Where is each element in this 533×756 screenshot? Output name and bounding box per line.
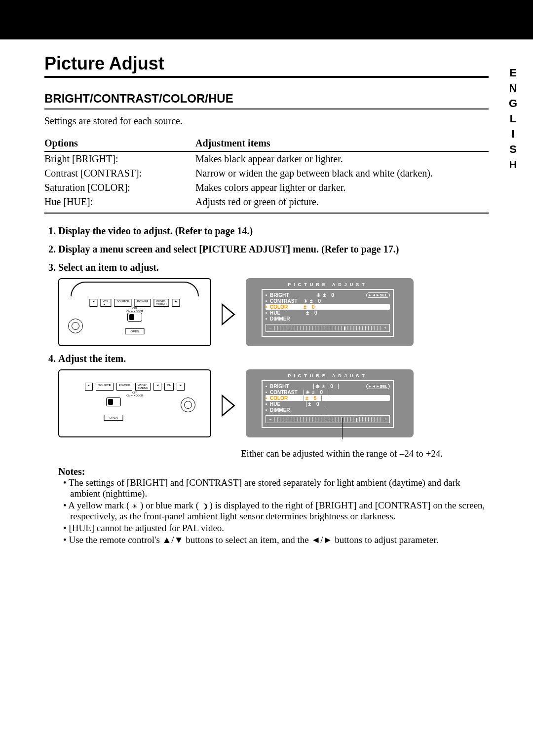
table-row: Contrast [CONTRAST]: Narrow or widen the…: [44, 166, 489, 180]
notes-list: The settings of [BRIGHT] and [CONTRAST] …: [58, 477, 489, 545]
step-2: Display a menu screen and select [PICTUR…: [58, 244, 489, 255]
desc-cell: Makes black appear darker or lighter.: [195, 151, 489, 166]
range-caption: Either can be adjusted within the range …: [241, 448, 489, 459]
osd-screen-select: PICTURE ADJUST BRIGHT☀± 0 ♦ ◄►SEL CONTRA…: [246, 278, 414, 346]
device-panel-illustration: ▲ SOURCE POWER WIDE/≡MENU ◄ CH ► OFFON •…: [58, 369, 211, 437]
opt-cell: Saturation [COLOR]:: [44, 180, 195, 195]
moon-icon: [201, 504, 207, 509]
section-heading: BRIGHT/CONTRAST/COLOR/HUE: [44, 92, 489, 109]
desc-cell: Makes colors appear lighter or darker.: [195, 180, 489, 195]
arrow-icon: ▷: [222, 389, 235, 418]
table-row: Hue [HUE]: Adjusts red or green of pictu…: [44, 195, 489, 213]
opt-cell: Bright [BRIGHT]:: [44, 151, 195, 166]
arrow-icon: ▷: [222, 297, 235, 327]
page-title: Picture Adjust: [44, 53, 489, 78]
note-item: The settings of [BRIGHT] and [CONTRAST] …: [63, 477, 489, 499]
callout-line: [241, 437, 489, 444]
osd-screen-adjust: PICTURE ADJUST BRIGHT☀± 0 ♦ ◄►SEL CONTRA…: [246, 369, 414, 437]
desc-cell: Adjusts red or green of picture.: [195, 195, 489, 213]
language-tab: ENGLISH: [506, 67, 519, 174]
notes-heading: Notes:: [58, 466, 489, 477]
table-row: Bright [BRIGHT]: Makes black appear dark…: [44, 151, 489, 166]
device-panel-illustration: ◄ VOL ▲ SOURCE POWER WIDE/≡MENU ► OFFON …: [58, 278, 211, 346]
table-row: Saturation [COLOR]: Makes colors appear …: [44, 180, 489, 195]
options-table: Options Adjustment items Bright [BRIGHT]…: [44, 136, 489, 214]
th-options: Options: [44, 136, 195, 151]
sun-icon: ☀: [132, 503, 138, 510]
step-1: Display the video to adjust. (Refer to p…: [58, 225, 489, 237]
step-4: Adjust the item. ▲ SOURCE POWER WIDE/≡ME…: [58, 353, 489, 545]
opt-cell: Contrast [CONTRAST]:: [44, 166, 195, 180]
note-item: A yellow mark ( ☀ ) or blue mark ( ) is …: [63, 500, 489, 522]
desc-cell: Narrow or widen the gap between black an…: [195, 166, 489, 180]
note-item: Use the remote control's ▲/▼ buttons to …: [63, 535, 489, 545]
step-3: Select an item to adjust. ◄ VOL ▲ SOURCE…: [58, 262, 489, 346]
opt-cell: Hue [HUE]:: [44, 195, 195, 213]
th-items: Adjustment items: [195, 136, 489, 151]
note-item: [HUE] cannot be adjusted for PAL video.: [63, 523, 489, 534]
section-intro: Settings are stored for each source.: [44, 115, 489, 127]
